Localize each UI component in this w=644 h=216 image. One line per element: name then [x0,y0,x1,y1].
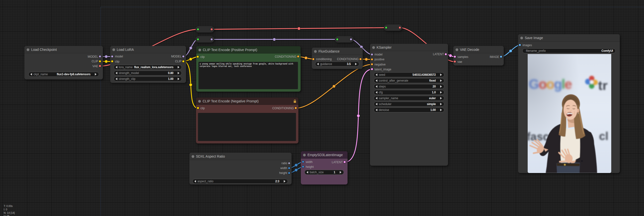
svg-text:Google: Google [529,76,572,92]
svg-text:tr: tr [598,78,608,92]
svg-text:cl: cl [599,130,608,142]
